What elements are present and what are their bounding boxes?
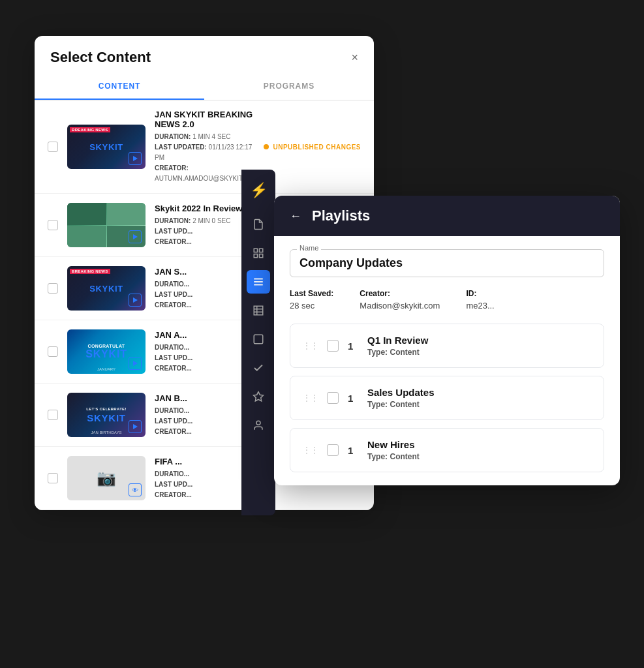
skykit-logo: SKYKIT (89, 284, 123, 294)
modal-tabs: CONTENT PROGRAMS (35, 74, 374, 100)
lightning-icon: ⚡ (250, 182, 268, 199)
back-button[interactable]: ← (290, 209, 301, 223)
playlist-item-name: New Hires (367, 439, 592, 450)
play-icon (129, 294, 142, 307)
modal-title: Select Content (50, 49, 151, 66)
content-thumbnail: CONGRATULAT SKYKIT JANUARY (67, 329, 146, 374)
playlists-header: ← Playlists (274, 196, 620, 236)
skykit-logo: SKYKIT (89, 142, 123, 152)
camera-icon: 📷 (97, 469, 116, 487)
tab-programs[interactable]: PROGRAMS (204, 74, 374, 100)
playlist-item-checkbox[interactable] (327, 392, 339, 404)
eye-icon: 👁 (129, 483, 142, 496)
name-input[interactable] (299, 256, 594, 270)
playlist-item-checkbox[interactable] (327, 444, 339, 456)
playlist-item-num: 1 (348, 393, 358, 404)
playlist-item-info: New Hires Type: Content (367, 439, 592, 461)
playlists-title: Playlists (312, 207, 370, 224)
sidebar-item-document[interactable] (247, 213, 270, 236)
item-checkbox[interactable] (48, 283, 58, 294)
playlist-item-name: Sales Updates (367, 387, 592, 398)
creator-value: Madison@skykit.com (360, 301, 440, 311)
name-label: Name (297, 244, 321, 252)
item-checkbox[interactable] (48, 142, 58, 152)
birthday-text: JAN BIRTHDAYS (91, 431, 122, 434)
sidebar-item-list[interactable] (247, 270, 270, 294)
playlist-meta-row: Last Saved: 28 sec Creator: Madison@skyk… (290, 289, 604, 311)
svg-marker-12 (254, 392, 264, 401)
item-checkbox[interactable] (48, 220, 58, 230)
svg-point-13 (256, 421, 260, 425)
congratulat-text: CONGRATULAT (88, 344, 125, 348)
drag-handle[interactable]: ⋮⋮ (302, 341, 318, 351)
breaking-news-badge: BREAKING NEWS (70, 127, 110, 132)
check-icon (253, 362, 264, 374)
playlist-item: ⋮⋮ 1 New Hires Type: Content (290, 428, 604, 472)
tab-content[interactable]: CONTENT (35, 74, 204, 100)
play-icon (129, 357, 142, 370)
grid-icon (253, 247, 264, 259)
playlist-item-name: Q1 In Review (367, 335, 592, 346)
table-icon (253, 305, 264, 316)
sidebar-item-check[interactable] (247, 356, 270, 380)
content-info: JAN SKYKIT BREAKING NEWS 2.0 DURATION: 1… (155, 110, 254, 184)
sidebar-logo: ⚡ (247, 179, 270, 202)
sidebar-item-grid[interactable] (247, 241, 270, 265)
status-label: UNPUBLISHED CHANGES (273, 144, 361, 151)
playlists-panel: ← Playlists Name Last Saved: 28 sec Crea… (274, 196, 620, 485)
list-item: BREAKING NEWS SKYKIT JAN SKYKIT BREAKING… (35, 100, 374, 194)
grid-cell (107, 203, 146, 225)
svg-rect-1 (260, 249, 263, 252)
grid-cell (67, 226, 106, 248)
meta-last-saved: Last Saved: 28 sec (290, 289, 333, 311)
january-text: JANUARY (97, 367, 115, 371)
meta-creator: Creator: Madison@skykit.com (360, 289, 440, 311)
sidebar-item-table[interactable] (247, 299, 270, 322)
sidebar-item-tag[interactable] (247, 385, 270, 408)
item-checkbox[interactable] (48, 346, 58, 357)
item-checkbox[interactable] (48, 410, 58, 420)
playlist-item-num: 1 (348, 445, 358, 456)
close-button[interactable]: × (351, 52, 358, 63)
play-triangle (133, 234, 138, 239)
modal-header: Select Content × (35, 36, 374, 66)
content-name: JAN SKYKIT BREAKING NEWS 2.0 (155, 110, 254, 129)
celebrate-text: LET'S CELEBRATE! (86, 407, 126, 411)
content-thumbnail: BREAKING NEWS SKYKIT (67, 125, 146, 169)
frame-icon (253, 333, 264, 345)
drag-handle[interactable]: ⋮⋮ (302, 445, 318, 455)
playlist-item: ⋮⋮ 1 Sales Updates Type: Content (290, 376, 604, 420)
name-field-wrapper: Name (290, 249, 604, 277)
sidebar-item-frame[interactable] (247, 327, 270, 351)
id-value: me23... (466, 301, 494, 311)
document-icon (253, 219, 264, 230)
item-checkbox[interactable] (48, 473, 58, 483)
user-icon (253, 419, 264, 431)
breaking-news-badge: BREAKING NEWS (70, 269, 110, 274)
content-thumbnail: 📷 👁 (67, 456, 146, 500)
playlist-item-info: Sales Updates Type: Content (367, 387, 592, 409)
play-triangle (133, 297, 138, 303)
content-meta: DURATION: 1 MIN 4 SEC LAST UPDATED: 01/1… (155, 132, 254, 184)
play-icon (129, 230, 142, 243)
drag-handle[interactable]: ⋮⋮ (302, 393, 318, 403)
playlists-body: Name Last Saved: 28 sec Creator: Madison… (274, 236, 620, 485)
tag-icon (253, 391, 264, 402)
play-triangle (133, 361, 138, 366)
playlist-item: ⋮⋮ 1 Q1 In Review Type: Content (290, 324, 604, 368)
playlist-items: ⋮⋮ 1 Q1 In Review Type: Content ⋮⋮ 1 Sal… (290, 324, 604, 472)
playlist-item-type: Type: Content (367, 348, 592, 357)
id-label: ID: (466, 289, 494, 298)
list-icon (253, 276, 264, 288)
playlist-item-type: Type: Content (367, 400, 592, 409)
svg-rect-11 (254, 335, 263, 344)
content-thumbnail: BREAKING NEWS SKYKIT (67, 266, 146, 311)
last-saved-label: Last Saved: (290, 289, 333, 298)
playlist-item-checkbox[interactable] (327, 340, 339, 352)
sidebar-item-user[interactable] (247, 414, 270, 437)
content-thumbnail: LET'S CELEBRATE! SKYKIT JAN BIRTHDAYS (67, 393, 146, 437)
meta-id: ID: me23... (466, 289, 494, 311)
skykit-logo: SKYKIT (87, 412, 126, 423)
svg-rect-3 (260, 254, 263, 258)
svg-rect-2 (254, 254, 257, 258)
